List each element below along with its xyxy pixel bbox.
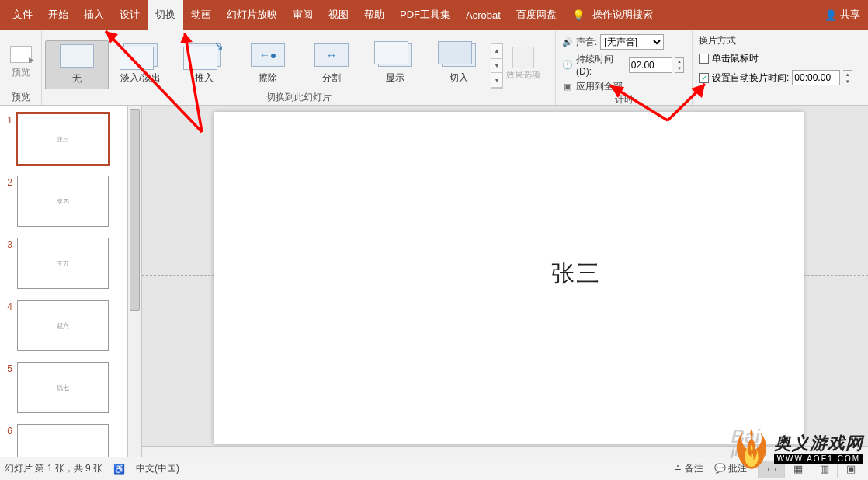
notes-button[interactable]: ≐ 备注: [674, 462, 703, 475]
transition-none-icon: [60, 44, 94, 68]
transition-cut-icon: [442, 43, 476, 67]
status-language[interactable]: 中文(中国): [136, 462, 179, 475]
tab-file[interactable]: 文件: [5, 0, 40, 30]
share-icon: 👤: [825, 9, 837, 21]
sound-label: 声音:: [576, 36, 597, 49]
slide-thumb-1[interactable]: 张三: [17, 113, 109, 165]
watermark-cn: 奥义游戏网: [774, 434, 863, 453]
transitions-group: 无 淡入/淡出 ↘ 推入 ←● 擦除 ↔ 分割: [42, 30, 556, 105]
preview-icon: [10, 46, 32, 63]
slide-num-5: 5: [3, 362, 12, 413]
flame-icon: [734, 427, 769, 471]
advance-group: 换片方式 单击鼠标时 ✓ 设置自动换片时间: ▲▼: [693, 30, 868, 105]
tab-transitions[interactable]: 切换: [148, 0, 183, 30]
transition-wipe-label: 擦除: [259, 71, 277, 85]
clock-icon: 🕐: [562, 60, 573, 71]
slide-panel-scrollbar[interactable]: [128, 106, 142, 457]
tab-tell-me[interactable]: 操作说明搜索: [592, 0, 661, 30]
advance-title: 换片方式: [699, 34, 736, 47]
transition-none[interactable]: 无: [45, 40, 109, 89]
gallery-scroll-up[interactable]: ▲: [491, 44, 502, 59]
tab-view[interactable]: 视图: [321, 0, 356, 30]
slide-thumb-6[interactable]: [17, 424, 109, 457]
transition-push-label: 推入: [195, 71, 214, 85]
transition-gallery: 无 淡入/淡出 ↘ 推入 ←● 擦除 ↔ 分割: [45, 34, 555, 89]
transition-reveal[interactable]: 显示: [363, 40, 427, 88]
share-label: 共享: [840, 8, 860, 22]
gallery-scroll-down[interactable]: ▼: [491, 59, 502, 74]
duration-label: 持续时间(D):: [576, 53, 626, 77]
transition-none-label: 无: [72, 72, 82, 85]
transition-split-label: 分割: [322, 71, 341, 85]
on-click-label: 单击鼠标时: [712, 52, 759, 65]
gallery-expand[interactable]: ▾: [491, 73, 502, 88]
transition-wipe-icon: ←●: [251, 43, 285, 67]
slide-num-6: 6: [3, 424, 12, 457]
after-spinner[interactable]: ▲▼: [843, 70, 852, 85]
transition-split-icon: ↔: [314, 43, 349, 67]
slide-thumb-5[interactable]: 钱七: [17, 362, 109, 413]
slide-num-2: 2: [3, 176, 12, 227]
accessibility-icon[interactable]: ♿: [113, 464, 125, 475]
tab-slideshow[interactable]: 幻灯片放映: [219, 0, 285, 30]
advance-after-row[interactable]: ✓ 设置自动换片时间: ▲▼: [699, 70, 852, 85]
preview-label: 预览: [12, 66, 30, 79]
transition-fade-icon: [123, 43, 158, 67]
transition-fade[interactable]: 淡入/淡出: [109, 40, 172, 88]
sound-select[interactable]: [无声音]: [600, 34, 664, 50]
site-watermark: 奥义游戏网 WWW.AOE1.COM: [734, 427, 863, 471]
transition-group-label: 切换到此幻灯片: [42, 91, 555, 105]
share-button[interactable]: 👤 共享: [821, 8, 863, 22]
effect-options-label: 效果选项: [506, 70, 540, 79]
transition-split[interactable]: ↔ 分割: [300, 40, 363, 88]
duration-row: 🕐 持续时间(D): ▲▼: [562, 53, 684, 77]
slide-panel: 1张三 2李四 3王五 4赵六 5钱七 6: [0, 106, 128, 457]
tab-insert[interactable]: 插入: [76, 0, 112, 30]
apply-all-label: 应用到全部: [576, 80, 623, 93]
on-click-checkbox[interactable]: [699, 54, 709, 64]
transition-cut[interactable]: 切入: [427, 40, 491, 88]
slide-num-1: 1: [3, 113, 12, 165]
effect-options-button: 效果选项: [503, 40, 543, 79]
slide-thumb-2[interactable]: 李四: [17, 176, 109, 227]
apply-all-icon: ▣: [562, 82, 573, 92]
duration-spinner[interactable]: ▲▼: [675, 57, 684, 73]
sound-row: 🔊 声音: [无声音]: [562, 34, 664, 50]
tab-home[interactable]: 开始: [40, 0, 76, 30]
preview-button[interactable]: 预览: [5, 41, 36, 79]
after-checkbox[interactable]: ✓: [699, 73, 709, 83]
slide-title-text[interactable]: 张三: [551, 258, 601, 290]
lightbulb-icon: 💡: [564, 0, 592, 30]
after-label: 设置自动换片时间:: [712, 71, 789, 85]
guide-vertical: [509, 106, 509, 457]
tab-review[interactable]: 审阅: [285, 0, 321, 30]
transition-wipe[interactable]: ←● 擦除: [236, 40, 300, 88]
tab-acrobat[interactable]: Acrobat: [458, 0, 509, 30]
ribbon-body: 预览 预览 无 淡入/淡出 ↘ 推入 ←●: [0, 30, 868, 106]
transition-fade-label: 淡入/淡出: [120, 71, 160, 85]
tab-pdf[interactable]: PDF工具集: [392, 0, 458, 30]
slide-thumb-4[interactable]: 赵六: [17, 300, 109, 351]
tab-baidu[interactable]: 百度网盘: [509, 0, 564, 30]
preview-group: 预览 预览: [0, 30, 42, 105]
workspace: 1张三 2李四 3王五 4赵六 5钱七 6 张三: [0, 106, 868, 457]
canvas-area: 张三: [142, 106, 868, 457]
transition-cut-label: 切入: [450, 71, 468, 85]
after-time-input[interactable]: [792, 70, 840, 85]
duration-input[interactable]: [629, 57, 672, 73]
tab-design[interactable]: 设计: [112, 0, 148, 30]
transition-push[interactable]: ↘ 推入: [172, 40, 236, 88]
watermark-en: WWW.AOE1.COM: [774, 454, 863, 464]
tab-animations[interactable]: 动画: [183, 0, 219, 30]
transition-push-icon: ↘: [187, 43, 221, 67]
ribbon-tabs: 文件 开始 插入 设计 切换 动画 幻灯片放映 审阅 视图 帮助 PDF工具集 …: [0, 0, 868, 30]
advance-on-click-row[interactable]: 单击鼠标时: [699, 52, 759, 65]
transition-reveal-icon: [378, 43, 412, 67]
slide-num-4: 4: [3, 300, 12, 351]
tab-help[interactable]: 帮助: [356, 0, 392, 30]
slide-num-3: 3: [3, 238, 12, 289]
slide-thumb-3[interactable]: 王五: [17, 238, 109, 289]
preview-group-label: 预览: [0, 91, 41, 105]
apply-all-button[interactable]: ▣ 应用到全部: [562, 80, 623, 93]
gallery-scrollbar: ▲ ▼ ▾: [491, 43, 503, 89]
